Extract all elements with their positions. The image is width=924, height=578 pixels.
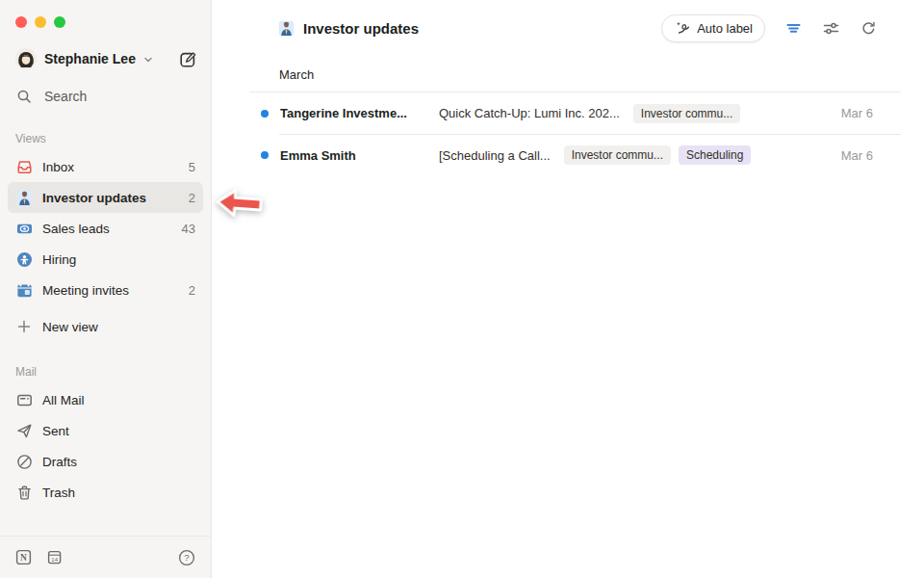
profile-name: Stephanie Lee bbox=[44, 51, 136, 66]
list-group-label: March bbox=[279, 66, 924, 85]
app-window: Stephanie Lee Search ViewsInbox5Investor… bbox=[0, 0, 924, 578]
main-header: Investor updates Auto label bbox=[213, 0, 924, 46]
compose-button[interactable] bbox=[179, 50, 197, 68]
footer-right-icons: ? bbox=[178, 549, 195, 566]
svg-text:?: ? bbox=[184, 552, 189, 563]
sidebar-item-label: New view bbox=[42, 320, 98, 334]
sidebar-item-label: Inbox bbox=[42, 160, 74, 174]
avatar bbox=[15, 48, 37, 69]
filter-icon[interactable] bbox=[783, 18, 803, 38]
sidebar-item-meeting-invites[interactable]: Meeting invites2 bbox=[8, 275, 203, 305]
count-badge: 2 bbox=[189, 283, 195, 298]
trash-icon bbox=[15, 484, 33, 501]
email-subject: [Scheduling a Call... bbox=[439, 148, 551, 163]
sidebar-item-label: Sales leads bbox=[42, 222, 110, 236]
sidebar-item-label: Drafts bbox=[42, 455, 77, 469]
email-sender: Tangerine Investme... bbox=[280, 106, 426, 120]
sent-icon bbox=[15, 422, 33, 439]
window-minimize-button[interactable] bbox=[35, 16, 46, 28]
investor-updates-icon bbox=[277, 19, 295, 37]
notion-icon[interactable]: N bbox=[15, 549, 32, 565]
sidebar-item-label: Meeting invites bbox=[42, 283, 129, 298]
auto-label-button-label: Auto label bbox=[697, 21, 753, 36]
sidebar-item-label: Investor updates bbox=[42, 191, 146, 205]
sidebar-item-label: Sent bbox=[42, 424, 69, 438]
email-date: Mar 6 bbox=[841, 106, 901, 120]
window-close-button[interactable] bbox=[15, 16, 27, 28]
email-date: Mar 6 bbox=[841, 148, 901, 163]
sidebar-item-sales-leads[interactable]: Sales leads43 bbox=[8, 213, 203, 244]
footer-left-icons: N14 bbox=[15, 549, 63, 565]
sidebar-item-trash[interactable]: Trash bbox=[8, 477, 203, 508]
sidebar-item-new-view[interactable]: New view bbox=[8, 311, 203, 342]
investor-icon bbox=[15, 189, 33, 206]
auto-label-icon bbox=[674, 19, 691, 37]
email-tags: Investor commu... bbox=[633, 104, 740, 123]
person-icon bbox=[15, 250, 33, 268]
tag-investor-commu[interactable]: Investor commu... bbox=[633, 104, 740, 123]
sidebar-item-label: Trash bbox=[42, 486, 75, 500]
page-title: Investor updates bbox=[303, 20, 419, 37]
section-label-mail: Mail bbox=[0, 365, 211, 379]
sidebar-item-label: All Mail bbox=[42, 393, 85, 407]
money-icon bbox=[15, 220, 33, 237]
header-controls: Auto label bbox=[661, 14, 878, 42]
calendar-icon bbox=[15, 281, 33, 299]
section-label-views: Views bbox=[0, 132, 211, 145]
email-row[interactable]: Tangerine Investme...Quick Catch-Up: Lum… bbox=[213, 92, 924, 135]
drafts-icon bbox=[15, 453, 33, 470]
view-title-group: Investor updates bbox=[277, 19, 419, 37]
sidebar-item-sent[interactable]: Sent bbox=[8, 415, 203, 446]
svg-text:14: 14 bbox=[51, 557, 58, 563]
sidebar-item-all-mail[interactable]: All Mail bbox=[8, 384, 203, 415]
email-subject: Quick Catch-Up: Lumi Inc. 202... bbox=[439, 106, 620, 120]
sidebar-item-drafts[interactable]: Drafts bbox=[8, 446, 203, 477]
help-icon[interactable]: ? bbox=[178, 549, 195, 566]
email-list: Tangerine Investme...Quick Catch-Up: Lum… bbox=[213, 92, 924, 176]
sidebar-sections: ViewsInbox5Investor updates2Sales leads4… bbox=[0, 109, 211, 508]
sidebar-footer: N14 ? bbox=[0, 536, 211, 578]
sidebar-item-investor-updates[interactable]: Investor updates2 bbox=[8, 182, 203, 213]
all-mail-icon bbox=[15, 391, 33, 408]
tag-investor-commu[interactable]: Investor commu... bbox=[564, 145, 671, 165]
auto-label-button[interactable]: Auto label bbox=[661, 14, 765, 42]
search-icon bbox=[15, 88, 33, 105]
sidebar-item-hiring[interactable]: Hiring bbox=[8, 244, 203, 275]
unread-dot-icon bbox=[261, 110, 269, 118]
account-switcher[interactable]: Stephanie Lee bbox=[0, 46, 211, 71]
sidebar-item-label: Hiring bbox=[42, 252, 76, 267]
refresh-icon[interactable] bbox=[859, 18, 878, 38]
search-label: Search bbox=[44, 89, 87, 104]
plus-icon bbox=[15, 318, 33, 335]
email-row[interactable]: Emma Smith[Scheduling a Call...Investor … bbox=[213, 135, 924, 177]
inbox-icon bbox=[15, 158, 33, 175]
unread-dot-icon bbox=[261, 151, 269, 159]
tag-scheduling[interactable]: Scheduling bbox=[679, 145, 751, 165]
main-panel: Investor updates Auto label March Tanger… bbox=[213, 0, 924, 578]
sidebar-item-inbox[interactable]: Inbox5 bbox=[8, 151, 203, 182]
count-badge: 43 bbox=[182, 222, 195, 236]
calendar-app-icon[interactable]: 14 bbox=[46, 549, 63, 565]
chevron-down-icon bbox=[143, 55, 153, 65]
email-sender: Emma Smith bbox=[280, 148, 426, 163]
sidebar: Stephanie Lee Search ViewsInbox5Investor… bbox=[0, 0, 212, 578]
email-tags: Investor commu...Scheduling bbox=[564, 145, 752, 165]
sliders-icon[interactable] bbox=[821, 18, 840, 38]
count-badge: 5 bbox=[189, 160, 195, 174]
window-zoom-button[interactable] bbox=[54, 16, 65, 28]
count-badge: 2 bbox=[189, 191, 195, 205]
svg-text:N: N bbox=[20, 553, 27, 563]
search-button[interactable]: Search bbox=[0, 84, 211, 109]
window-controls bbox=[0, 0, 211, 28]
